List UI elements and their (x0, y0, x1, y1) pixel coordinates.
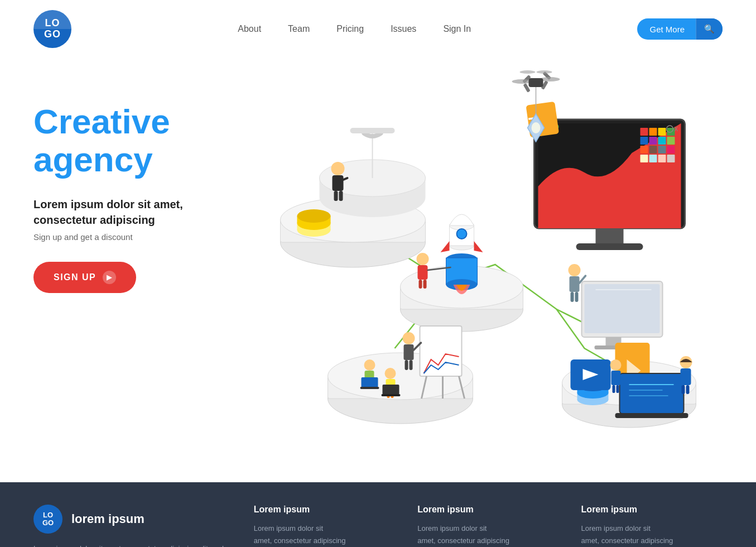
svg-rect-94 (575, 292, 579, 302)
svg-rect-67 (667, 137, 675, 145)
footer-link-group-5: Lorem ipsum dolor sit amet, consectetur … (581, 522, 723, 547)
svg-rect-126 (529, 78, 543, 87)
svg-rect-29 (418, 265, 428, 280)
svg-rect-109 (615, 413, 688, 418)
footer-brand-col: LOGO lorem ipsum Lorem ipsum dolor sit a… (33, 505, 232, 547)
footer-about-text: Lorem ipsum dolor sit amet, consectetur … (33, 543, 232, 547)
svg-rect-61 (649, 128, 657, 136)
hero-section: Creative agency Lorem ipsum dolor sit am… (0, 58, 756, 482)
svg-point-90 (569, 264, 581, 276)
nav-item-team[interactable]: Team (288, 24, 310, 34)
svg-rect-17 (339, 191, 343, 201)
svg-rect-91 (570, 276, 580, 292)
signup-button[interactable]: SIGN UP ▶ (33, 262, 136, 293)
hero-title: Creative agency (33, 103, 223, 179)
svg-rect-60 (641, 128, 648, 136)
footer-col-4: Lorem ipsum Lorem ipsum dolor sit amet, … (581, 505, 723, 547)
get-more-label: Get More (637, 19, 696, 40)
footer-link-1b[interactable]: amet, consectetur adipiscing (254, 535, 395, 547)
svg-rect-43 (405, 360, 408, 370)
footer-col-2-title: Lorem ipsum (254, 505, 395, 515)
svg-rect-50 (360, 387, 379, 389)
svg-rect-72 (641, 155, 648, 162)
svg-rect-93 (571, 292, 574, 302)
svg-rect-16 (334, 191, 338, 201)
footer-col-3-title: Lorem ipsum (417, 505, 558, 515)
svg-point-125 (537, 70, 552, 74)
footer-grid: LOGO lorem ipsum Lorem ipsum dolor sit a… (33, 505, 723, 547)
svg-rect-66 (658, 137, 666, 145)
svg-rect-83 (596, 228, 624, 244)
hero-content: Creative agency Lorem ipsum dolor sit am… (33, 69, 223, 293)
svg-rect-65 (649, 137, 657, 145)
svg-rect-55 (383, 385, 399, 395)
svg-rect-69 (649, 146, 657, 153)
svg-text:X: X (675, 126, 678, 132)
search-icon[interactable]: 🔍 (696, 18, 723, 40)
get-more-wrap[interactable]: Get More 🔍 (637, 18, 723, 40)
hero-description: Sign up and get a discount (33, 232, 223, 242)
header-right: Get More 🔍 (637, 18, 723, 40)
svg-point-13 (331, 162, 345, 175)
svg-rect-111 (611, 371, 621, 385)
svg-rect-32 (423, 280, 427, 289)
nav-item-pricing[interactable]: Pricing (336, 24, 364, 34)
svg-rect-70 (658, 146, 666, 153)
svg-point-7 (297, 209, 331, 223)
svg-point-24 (457, 229, 467, 239)
svg-point-45 (364, 359, 375, 371)
svg-rect-71 (667, 146, 675, 153)
logo-circle: LOGO (33, 10, 71, 48)
footer-link-1a[interactable]: Lorem ipsum dolor sit (254, 522, 395, 535)
svg-rect-44 (410, 360, 413, 370)
svg-rect-12 (350, 128, 395, 133)
svg-rect-49 (362, 377, 378, 387)
svg-rect-68 (641, 146, 648, 153)
logo[interactable]: LOGO (33, 10, 71, 48)
play-icon: ▶ (103, 271, 116, 284)
footer-logo: LOGO (33, 505, 62, 534)
svg-rect-73 (649, 155, 657, 162)
svg-point-128 (532, 122, 541, 133)
svg-rect-117 (686, 385, 690, 394)
svg-rect-74 (658, 155, 666, 162)
svg-rect-105 (620, 373, 684, 414)
footer-link-group-3: Lorem ipsum dolor sit amet, consectetur … (417, 522, 558, 547)
footer-link-3b[interactable]: amet, consectetur adipiscing (417, 535, 558, 547)
footer-link-group-1: Lorem ipsum dolor sit amet, consectetur … (254, 522, 395, 547)
footer: LOGO lorem ipsum Lorem ipsum dolor sit a… (0, 482, 756, 547)
nav-item-issues[interactable]: Issues (391, 24, 416, 34)
svg-point-51 (385, 368, 396, 379)
footer-col-2: Lorem ipsum Lorem ipsum dolor sit amet, … (254, 505, 395, 547)
footer-link-5a[interactable]: Lorem ipsum dolor sit (581, 522, 723, 535)
hero-illustration: X T (223, 69, 723, 460)
footer-link-3a[interactable]: Lorem ipsum dolor sit (417, 522, 558, 535)
svg-point-40 (403, 332, 415, 344)
hero-subtitle: Lorem ipsum dolor sit amet, consectetur … (33, 196, 223, 228)
svg-point-28 (417, 253, 429, 265)
svg-rect-116 (682, 385, 685, 394)
footer-col-3: Lorem ipsum Lorem ipsum dolor sit amet, … (417, 505, 558, 547)
footer-brand-name: lorem ipsum (71, 512, 145, 526)
svg-rect-41 (404, 344, 414, 360)
nav-item-signin[interactable]: Sign In (443, 24, 471, 34)
svg-rect-115 (681, 368, 691, 385)
main-nav: About Team Pricing Issues Sign In (238, 24, 471, 34)
footer-logo-wrap: LOGO lorem ipsum (33, 505, 232, 534)
svg-rect-75 (667, 155, 675, 162)
svg-rect-113 (617, 385, 619, 393)
svg-rect-64 (641, 137, 648, 145)
svg-point-124 (520, 70, 536, 74)
svg-rect-56 (382, 394, 401, 396)
footer-link-5b[interactable]: amet, consectetur adipiscing (581, 535, 723, 547)
svg-rect-86 (585, 284, 660, 333)
footer-col-4-title: Lorem ipsum (581, 505, 723, 515)
svg-rect-31 (419, 280, 422, 289)
svg-rect-62 (658, 128, 666, 136)
svg-rect-112 (613, 385, 615, 393)
svg-point-110 (610, 359, 622, 371)
nav-item-about[interactable]: About (238, 24, 261, 34)
svg-rect-84 (576, 243, 643, 250)
